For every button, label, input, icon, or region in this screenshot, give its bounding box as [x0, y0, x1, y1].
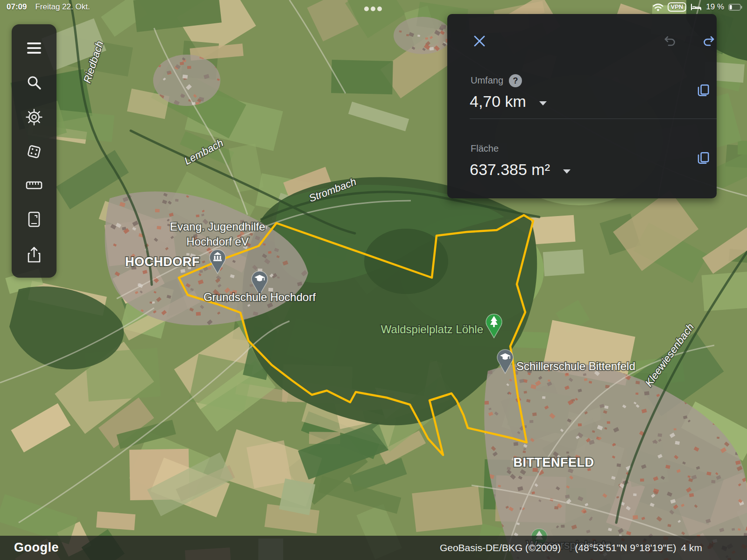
map-attribution: GeoBasis-DE/BKG (©2009): [440, 542, 561, 553]
area-value-row[interactable]: 637.385 m²: [470, 161, 571, 179]
copy-perimeter-button[interactable]: [696, 84, 710, 98]
google-earth-screen: Riedbach Lembach Strombach Kleewiesenbac…: [0, 0, 747, 560]
multitask-indicator[interactable]: [364, 7, 382, 11]
copy-icon: [696, 151, 710, 165]
unit-dropdown-caret[interactable]: [563, 169, 571, 174]
redo-icon: [702, 35, 715, 48]
postcard-button[interactable]: [12, 210, 56, 229]
hamlet: [394, 17, 451, 54]
undo-button[interactable]: [663, 35, 677, 48]
panel-divider: [470, 119, 717, 119]
feeling-lucky-button[interactable]: [12, 142, 56, 161]
perimeter-value-row[interactable]: 4,70 km: [470, 92, 547, 111]
date: Freitag 22. Okt.: [35, 2, 90, 12]
toolbar: [12, 24, 56, 278]
camera-coordinates: (48°53'51"N 9°18'19"E): [575, 542, 676, 553]
label-jugendhilfe-line1: Evang. Jugendhilfe: [170, 220, 265, 233]
clock: 07:09: [7, 2, 27, 12]
battery-percent: 19 %: [706, 2, 724, 12]
share-button[interactable]: [12, 245, 56, 264]
area-label: Fläche: [471, 143, 499, 154]
label-schillerschule: Schillerschule Bittenfeld: [516, 360, 635, 372]
label-grundschule: Grundschule Hochdorf: [204, 291, 316, 303]
vpn-badge: VPN: [668, 2, 687, 12]
battery-icon: [728, 4, 742, 11]
search-button[interactable]: [12, 73, 56, 92]
label-bittenfeld: BITTENFELD: [514, 455, 594, 469]
label-waldspielplatz: Waldspielplatz Löhle: [381, 323, 483, 336]
voyager-wheel-icon: [26, 109, 42, 126]
help-icon[interactable]: ?: [509, 74, 522, 87]
area-value: 637.385 m²: [470, 161, 550, 179]
close-button[interactable]: [473, 35, 486, 47]
label-jugendhilfe-line2: Hochdorf eV: [186, 235, 248, 248]
google-logo: Google: [14, 540, 59, 555]
copy-icon: [696, 84, 710, 98]
postcard-icon: [28, 211, 40, 227]
close-icon: [473, 35, 486, 47]
measure-panel: Umfang ? 4,70 km Fläche 637.385 m²: [447, 14, 717, 198]
status-bar-right: VPN 19 %: [653, 2, 742, 12]
menu-button[interactable]: [12, 39, 56, 57]
ruler-icon: [26, 181, 42, 190]
attribution-bar: Google GeoBasis-DE/BKG (©2009) (48°53'51…: [0, 536, 747, 560]
unit-dropdown-caret[interactable]: [539, 101, 547, 105]
voyager-button[interactable]: [12, 108, 56, 126]
measure-button[interactable]: [12, 176, 56, 195]
undo-icon: [663, 35, 677, 48]
perimeter-value: 4,70 km: [470, 92, 526, 111]
wifi-icon: [653, 3, 663, 11]
camera-altitude: 4 km: [681, 542, 702, 553]
sleep-mode-icon: [691, 3, 702, 11]
menu-icon: [26, 42, 42, 54]
copy-area-button[interactable]: [696, 151, 710, 165]
perimeter-label: Umfang: [471, 75, 503, 86]
status-bar-left: 07:09 Freitag 22. Okt.: [7, 2, 90, 12]
label-hochdorf: HOCHDORF: [125, 255, 200, 269]
dice-icon: [26, 143, 42, 160]
share-icon: [27, 246, 41, 263]
redo-button[interactable]: [702, 35, 715, 48]
search-icon: [27, 75, 42, 90]
